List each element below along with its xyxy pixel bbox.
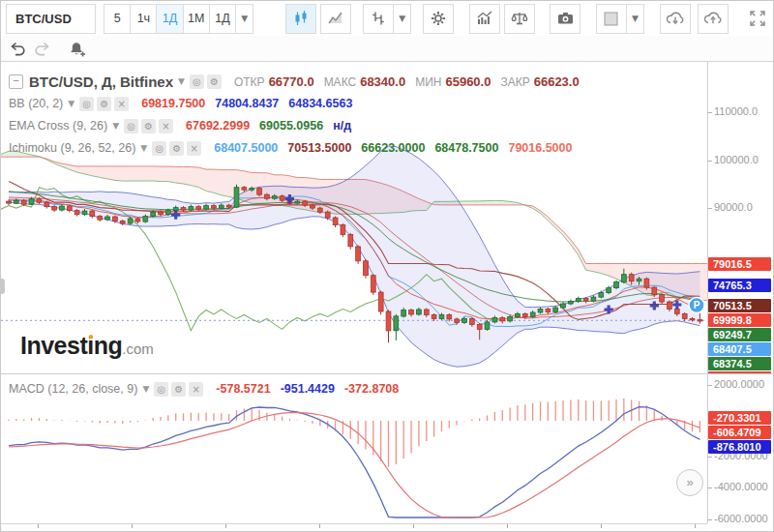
ema-fast-value: 67692.2999 xyxy=(186,119,250,133)
main-legend-row: − BTC/USD, Д, Bitfinex ▼ ◎ ⚙ ОТКР66770.0… xyxy=(9,73,580,90)
timeframe-1m-button[interactable]: 1М xyxy=(183,4,210,34)
indicators-icon xyxy=(476,10,493,27)
bb-legend-row: BB (20, 2) ▼ ◎ ⚙ × 69819.7500 74804.8437… xyxy=(9,95,352,112)
time-axis[interactable] xyxy=(1,523,707,532)
macd-histogram-value: -578.5721 xyxy=(216,382,270,396)
bb-middle-value: 69819.7500 xyxy=(141,97,205,110)
close-value: 66623.0 xyxy=(534,74,580,89)
bb-upper-value: 74804.8437 xyxy=(215,97,279,110)
low-label: МИН xyxy=(415,75,441,89)
compare-button[interactable] xyxy=(504,4,535,34)
redo-icon xyxy=(34,40,51,57)
scales-icon xyxy=(511,10,528,27)
high-value: 68340.0 xyxy=(360,74,405,89)
timeframe-dropdown-button[interactable]: ▼ xyxy=(235,4,253,34)
settings-icon[interactable]: ⚙ xyxy=(207,74,222,89)
chart-title: BTC/USD, Д, Bitfinex xyxy=(29,74,173,90)
time-axis-tick xyxy=(319,524,320,528)
close-icon[interactable]: × xyxy=(159,119,173,133)
timeframe-5m-button[interactable]: 5 xyxy=(104,4,131,34)
ema-legend-row: EMA Cross (9, 26) ▼ ◎ ⚙ × 67692.2999 690… xyxy=(9,117,351,134)
cloud-upload-icon xyxy=(702,10,724,27)
secondary-toolbar xyxy=(1,36,773,61)
open-label: ОТКР xyxy=(234,75,265,89)
undo-button[interactable] xyxy=(5,38,30,59)
time-axis-tick xyxy=(132,524,133,528)
chart-type-area-button[interactable] xyxy=(320,4,351,34)
close-icon[interactable]: × xyxy=(189,382,203,397)
indicator-name: EMA Cross (9, 26) xyxy=(9,119,107,133)
time-axis-tick xyxy=(38,524,39,528)
gear-icon xyxy=(430,10,447,27)
open-value: 66770.0 xyxy=(269,74,314,89)
kijun-value: 70513.5000 xyxy=(287,141,351,155)
chevron-down-icon[interactable]: ▼ xyxy=(140,143,147,153)
symbol-search-input[interactable]: BTC/USD xyxy=(6,4,96,34)
ohlc-bars-icon xyxy=(370,10,387,27)
indicator-name: Ichimoku (9, 26, 52, 26) xyxy=(9,141,135,155)
close-label: ЗАКР xyxy=(500,75,529,89)
chart-application: BTC/USD 5 1ч 1Д 1М 1Д ▼ xyxy=(0,0,774,532)
visibility-toggle-icon[interactable]: ◎ xyxy=(79,97,94,111)
ema-na-value: н/д xyxy=(333,119,351,133)
settings-icon[interactable]: ⚙ xyxy=(171,382,186,397)
price-axis-line xyxy=(707,61,708,523)
visibility-toggle-icon[interactable]: ◎ xyxy=(190,74,204,89)
chevron-down-icon: ▼ xyxy=(241,14,248,23)
candlestick-chart-icon xyxy=(292,10,310,27)
snapshot-button[interactable] xyxy=(550,4,580,34)
bb-lower-value: 64834.6563 xyxy=(288,97,352,110)
chart-style-dropdown-button[interactable]: ▼ xyxy=(393,4,411,34)
timeframe-1h-button[interactable]: 1ч xyxy=(130,4,157,34)
macd-signal-value: -372.8708 xyxy=(344,382,399,396)
timeframe-1y-button[interactable]: 1Д xyxy=(209,4,236,34)
settings-icon[interactable]: ⚙ xyxy=(169,141,184,156)
background-dropdown-button[interactable]: ▼ xyxy=(626,4,644,34)
chevron-down-icon: ▼ xyxy=(632,14,639,23)
undo-icon xyxy=(9,40,26,57)
alert-bell-plus-icon xyxy=(68,40,87,58)
settings-icon[interactable]: ⚙ xyxy=(97,97,111,111)
settings-button[interactable] xyxy=(423,4,454,34)
background-theme-button[interactable] xyxy=(596,4,627,34)
chevron-down-icon[interactable]: ▼ xyxy=(142,384,149,394)
drawing-tools-handle[interactable] xyxy=(1,279,5,294)
chart-type-candles-button[interactable] xyxy=(285,4,316,34)
senkou-b-value: 79016.5000 xyxy=(508,141,572,155)
save-chart-button[interactable] xyxy=(698,4,729,34)
top-toolbar: BTC/USD 5 1ч 1Д 1М 1Д ▼ xyxy=(1,1,773,36)
close-icon[interactable]: × xyxy=(187,141,201,156)
indicators-button[interactable] xyxy=(469,4,500,34)
close-icon[interactable]: × xyxy=(114,97,129,111)
macd-legend-row: MACD (12, 26, close, 9) ▼ ◎ ⚙ × -578.572… xyxy=(9,380,399,398)
layout-square-icon xyxy=(603,11,619,27)
time-axis-tick xyxy=(225,524,226,528)
time-axis-tick xyxy=(695,524,696,528)
chart-style-bars-button[interactable] xyxy=(363,4,394,34)
high-label: МАКС xyxy=(324,75,357,89)
chevron-down-icon[interactable]: ▼ xyxy=(68,99,74,108)
pane-divider[interactable] xyxy=(1,373,773,374)
double-chevron-right-icon: » xyxy=(686,475,693,489)
chikou-value: 66623.0000 xyxy=(361,141,425,155)
ichimoku-legend-row: Ichimoku (9, 26, 52, 26) ▼ ◎ ⚙ × 68407.5… xyxy=(9,139,572,157)
settings-icon[interactable]: ⚙ xyxy=(141,119,156,133)
redo-button[interactable] xyxy=(30,38,55,59)
cloud-download-icon xyxy=(665,10,686,27)
camera-icon xyxy=(556,10,575,27)
fullscreen-button[interactable] xyxy=(742,4,773,34)
add-alert-button[interactable] xyxy=(65,38,90,59)
indicator-name: MACD (12, 26, close, 9) xyxy=(9,382,137,396)
expand-panel-button[interactable]: » xyxy=(676,469,703,496)
load-chart-button[interactable] xyxy=(660,4,691,34)
visibility-toggle-icon[interactable]: ◎ xyxy=(152,141,166,156)
visibility-toggle-icon[interactable]: ◎ xyxy=(124,119,138,133)
tenkan-value: 68407.5000 xyxy=(214,141,278,155)
chevron-down-icon[interactable]: ▼ xyxy=(112,121,119,131)
timeframe-1d-button[interactable]: 1Д xyxy=(156,4,183,34)
area-chart-icon xyxy=(327,10,344,27)
chevron-down-icon[interactable]: ▼ xyxy=(178,76,185,86)
collapse-pane-button[interactable]: − xyxy=(9,74,23,89)
visibility-toggle-icon[interactable]: ◎ xyxy=(154,382,168,397)
indicator-name: BB (20, 2) xyxy=(9,97,63,110)
